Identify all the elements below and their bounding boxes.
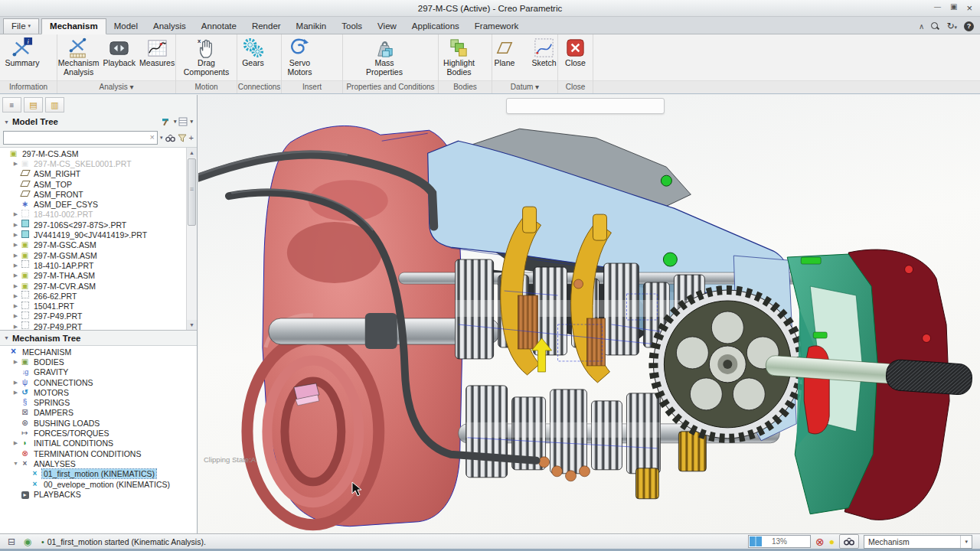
mechanism-tree-row[interactable]: ▶ MOTORS <box>0 387 197 397</box>
mechanism-tree-row[interactable]: ▶ BODIES <box>0 357 197 367</box>
settings-menu-arrow[interactable]: ▾ <box>174 119 177 125</box>
scroll-down-icon[interactable]: ▼ <box>187 320 197 330</box>
model-tree-scrollbar[interactable]: ▲ ▼ <box>186 148 197 330</box>
favorites-tab[interactable]: ▥ <box>45 97 64 112</box>
find-button[interactable] <box>839 534 859 549</box>
summary-button[interactable]: i Summary <box>4 36 41 69</box>
tab-tools[interactable]: Tools <box>334 19 370 34</box>
model-tree-row[interactable]: 297-M-CS.ASM <box>0 148 186 158</box>
graphics-area[interactable]: Clipping State:A <box>198 95 980 533</box>
scroll-up-icon[interactable]: ▲ <box>187 148 197 158</box>
model-tree-row[interactable]: ▶ 266-62.PRT <box>0 291 186 301</box>
mechanism-tree-row[interactable]: TERMINATION CONDITIONS <box>0 448 197 458</box>
model-tree-row[interactable]: ASM_FRONT <box>0 189 186 199</box>
servo-motors-button[interactable]: Servo Motors <box>283 36 316 78</box>
search-icon[interactable] <box>931 22 939 31</box>
model-tree-row[interactable]: ▶ 297-M-GSM.ASM <box>0 250 186 260</box>
stop-analysis-icon[interactable]: ⊗ <box>815 536 825 548</box>
mechanism-tree-row[interactable]: GRAVITY <box>0 367 197 377</box>
mechanism-tree-row[interactable]: ▶ INITIAL CONDITIONS <box>0 439 197 448</box>
sketch-button[interactable]: Sketch <box>530 36 557 69</box>
model-tree-row[interactable]: ▶ 297-M-GSC.ASM <box>0 240 186 250</box>
model-tree-row[interactable]: ▶ 297-M-THA.ASM <box>0 271 186 281</box>
model-tree-row[interactable]: ▶ 18-410-1AP.PRT <box>0 260 186 270</box>
model-tree-tab[interactable]: ≡ <box>2 97 21 112</box>
mode-selector[interactable]: Mechanism ▾ <box>864 535 972 549</box>
model-tree-row[interactable]: ▶ 15041.PRT <box>0 301 186 311</box>
model-tree-row[interactable]: ASM_RIGHT <box>0 169 186 179</box>
expand-arrow[interactable]: ▶ <box>11 211 20 217</box>
filter-icon[interactable] <box>178 134 187 142</box>
mechanism-tree-row[interactable]: DAMPERS <box>0 408 197 418</box>
model-tree-row[interactable]: ▶ 297-P49.PRT <box>0 311 186 321</box>
find-icon[interactable] <box>165 134 175 142</box>
selection-filter-icon[interactable] <box>5 536 18 548</box>
columns-menu-arrow[interactable]: ▾ <box>190 119 193 125</box>
expand-arrow[interactable]: ▶ <box>11 380 20 386</box>
plane-button[interactable]: Plane <box>492 36 517 69</box>
tab-analysis[interactable]: Analysis <box>145 19 194 34</box>
model-tree-row[interactable]: ASM_DEF_CSYS <box>0 199 186 209</box>
tab-annotate[interactable]: Annotate <box>194 19 244 34</box>
model-tree-header[interactable]: ▼ Model Tree ▾ ▾ <box>0 114 197 129</box>
model-tree-row[interactable]: ▶ 18-410-002.PRT <box>0 210 186 220</box>
expand-arrow[interactable]: ▼ <box>11 461 20 466</box>
mechanism-tree-row[interactable]: BUSHING LOADS <box>0 418 197 428</box>
sync-icon[interactable]: ↻▾ <box>946 21 957 31</box>
measures-button[interactable]: Measures <box>138 36 176 69</box>
playback-button[interactable]: Playback <box>101 36 137 69</box>
tree-search-input[interactable]: × <box>3 131 158 145</box>
expand-arrow[interactable]: ▶ <box>11 293 20 299</box>
model-tree-row[interactable]: ▶ 297-M-CVR.ASM <box>0 281 186 291</box>
expand-arrow[interactable]: ▶ <box>11 313 20 319</box>
gears-button[interactable]: Gears <box>240 36 266 69</box>
mechanism-tree-row[interactable]: 00_evelope_motion (KINEMATICS) <box>0 479 197 489</box>
mechanism-tree-row[interactable]: SPRINGS <box>0 397 197 407</box>
tree-columns-icon[interactable] <box>178 117 188 126</box>
tab-framework[interactable]: Framework <box>467 19 527 34</box>
mechanism-tree-row[interactable]: ▶ CONNECTIONS <box>0 377 197 387</box>
expand-arrow[interactable]: ▶ <box>11 359 20 365</box>
restore-icon[interactable] <box>950 2 957 14</box>
tab-file[interactable]: File▾ <box>3 18 39 34</box>
drag-components-button[interactable]: x Drag Components <box>180 36 234 78</box>
model-tree-row[interactable]: ▶ 297-M-CS_SKEL0001.PRT <box>0 158 186 168</box>
model-tree-row[interactable]: ▶ JV441419_90<JV441419>.PRT <box>0 230 186 240</box>
model-viewport[interactable] <box>198 95 980 533</box>
tab-model[interactable]: Model <box>106 19 145 34</box>
tab-mechanism[interactable]: Mechanism <box>41 18 106 34</box>
expand-arrow[interactable]: ▶ <box>11 440 20 446</box>
add-filter-icon[interactable]: + <box>189 133 194 142</box>
expand-arrow[interactable]: ▶ <box>11 222 20 228</box>
folder-browser-tab[interactable]: ▤ <box>24 97 43 112</box>
tab-view[interactable]: View <box>370 19 404 34</box>
tree-settings-icon[interactable] <box>162 117 172 126</box>
scrollbar-thumb[interactable] <box>188 158 196 226</box>
close-window-icon[interactable] <box>966 2 972 14</box>
model-tree-row[interactable]: ▶ 297-106S<297-87S>.PRT <box>0 220 186 230</box>
mass-properties-button[interactable]: Mass Properties <box>358 36 411 78</box>
expand-arrow[interactable]: ▶ <box>11 242 20 248</box>
model-tree-row[interactable]: ▶ 297-P49.PRT <box>0 321 186 330</box>
expand-arrow[interactable]: ▶ <box>11 272 20 279</box>
collapse-mech-tree-icon[interactable]: ▼ <box>4 335 9 341</box>
collapse-ribbon-icon[interactable]: ∧ <box>919 22 924 31</box>
mechanism-tree-row[interactable]: ▼ ANALYSES <box>0 458 197 468</box>
expand-arrow[interactable]: ▶ <box>11 283 20 289</box>
geometry-select-icon[interactable] <box>21 536 34 548</box>
tab-applications[interactable]: Applications <box>404 19 467 34</box>
expand-arrow[interactable]: ▶ <box>11 161 20 167</box>
expand-arrow[interactable]: ▶ <box>11 232 20 238</box>
mechanism-analysis-button[interactable]: Mechanism Analysis <box>57 36 101 78</box>
mechanism-tree-header[interactable]: ▼ Mechanism Tree <box>0 330 197 345</box>
model-tree-row[interactable]: ASM_TOP <box>0 179 186 189</box>
highlight-bodies-button[interactable]: Highlight Bodies <box>440 36 478 78</box>
expand-arrow[interactable]: ▶ <box>11 324 20 330</box>
tab-manikin[interactable]: Manikin <box>289 19 335 34</box>
expand-arrow[interactable]: ▶ <box>11 253 20 259</box>
expand-arrow[interactable]: ▶ <box>11 262 20 269</box>
tab-render[interactable]: Render <box>244 19 289 34</box>
expand-arrow[interactable]: ▶ <box>11 390 20 396</box>
search-options-arrow[interactable]: ▾ <box>160 135 163 141</box>
help-icon[interactable]: ? <box>964 21 974 31</box>
